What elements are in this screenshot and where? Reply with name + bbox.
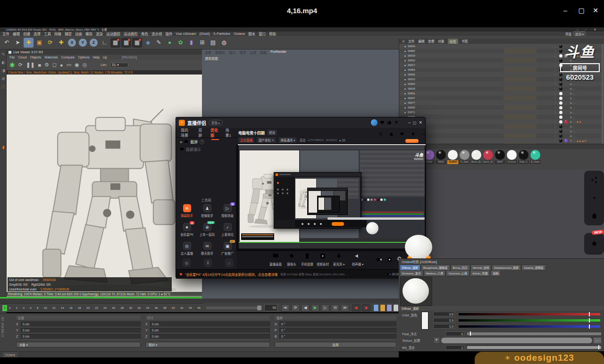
visibility-dots-icon[interactable]: ⋮ — [554, 116, 556, 119]
record-icon[interactable] — [376, 256, 382, 263]
media-button[interactable]: 视频素材 — [315, 253, 331, 266]
visibility-dots-icon[interactable]: ⋮ — [554, 78, 556, 81]
rotation-input[interactable]: 0 ° — [279, 334, 396, 339]
cube-tool-icon[interactable]: ◧ — [0, 60, 7, 65]
material-sphere-icon[interactable] — [507, 150, 517, 160]
material-ball-icon[interactable] — [559, 87, 562, 91]
visibility-dots-icon[interactable]: ⋮ — [554, 134, 556, 138]
player-minimize-button[interactable]: – — [560, 5, 571, 16]
upload-tool-icon[interactable]: ⊼ — [204, 259, 212, 267]
diffuse-section-header[interactable]: Diffuse_漫射 — [399, 306, 604, 311]
live-viewer-menu-item[interactable]: Help — [93, 56, 100, 59]
download-icon[interactable] — [584, 189, 604, 207]
viewport-menu-item[interactable]: 查看 — [205, 50, 211, 55]
viewport-menu-item[interactable]: 摄像机 — [215, 50, 225, 55]
help-icon[interactable]: ? — [200, 140, 204, 144]
material-ball-icon[interactable] — [559, 97, 562, 100]
position-input[interactable]: 0 cm — [21, 328, 141, 333]
material-ball-icon[interactable] — [559, 120, 562, 124]
material-sphere-icon[interactable] — [471, 150, 481, 160]
c4d-menu-item[interactable]: Octane — [234, 32, 245, 36]
c4d-tool-icon[interactable]: ✚ — [24, 38, 34, 48]
tool-icon[interactable]: ★ 热 — [183, 223, 191, 231]
lock-icon[interactable] — [389, 132, 394, 137]
texture-expand-button[interactable]: ▸ — [434, 338, 439, 343]
phong-tag-icon[interactable]: ∴ — [573, 134, 575, 138]
material-ball-icon[interactable] — [559, 92, 562, 95]
material-sphere-icon[interactable] — [519, 150, 528, 160]
float-value-field[interactable]: 0 — [445, 331, 464, 336]
material-swatch[interactable]: Mesh_02 — [483, 150, 494, 164]
key-param-toggle[interactable] — [393, 304, 399, 312]
material-ball2-icon[interactable] — [564, 120, 568, 124]
object-row[interactable]: ▲ SM18 ⋮ ✕ ∴ — [399, 86, 602, 91]
texture-tag-icon[interactable]: ✕ — [570, 134, 572, 138]
live-viewer-menu-item[interactable]: Materials — [44, 56, 58, 59]
toolbox-item[interactable]: ♟ 房管助手 — [197, 204, 217, 218]
source-item-screen[interactable]: ◉ 截屏 ? — [180, 139, 204, 144]
toolbox-item[interactable]: ◎ 达人直播 — [177, 242, 197, 256]
tool-icon[interactable]: ▣ AD — [224, 242, 232, 250]
live-viewer-tool-icon[interactable]: ⚙ — [44, 62, 49, 68]
scan-icon[interactable] — [378, 132, 383, 137]
material-tab[interactable]: Opacity_透明度 — [521, 265, 546, 271]
record-button[interactable]: ◉ — [362, 304, 370, 312]
material-ball-icon[interactable] — [559, 111, 562, 114]
visibility-dots-icon[interactable]: ⋮ — [554, 73, 556, 76]
record-button[interactable]: ◉ — [352, 304, 361, 312]
texture-browse-button[interactable]: … — [594, 338, 601, 343]
c4d-menu-item[interactable]: X-Particles — [213, 32, 230, 36]
current-frame-marker[interactable]: ‖ — [2, 305, 7, 311]
category-chip[interactable]: 国产单机 ✎ — [257, 137, 276, 143]
visibility-dots-icon[interactable]: ⋮ — [554, 106, 556, 109]
material-swatch[interactable]: Dark_C — [518, 150, 529, 164]
visibility-dots-icon[interactable]: ⋮ — [554, 97, 556, 100]
material-tab[interactable]: Common_公用 — [446, 270, 470, 276]
key-rotation-toggle[interactable] — [386, 304, 392, 312]
red-slider[interactable] — [459, 313, 600, 315]
c4d-tool-icon[interactable]: ▦ — [132, 38, 142, 48]
announcement-text[interactable]: “全民星PK” 4月14日中午14点启用全新积分规则，点击查看详情 — [185, 272, 277, 277]
notification-badge[interactable] — [405, 139, 419, 143]
size-input[interactable]: 0 cm — [150, 322, 270, 327]
player-maximize-button[interactable]: ▢ — [576, 5, 587, 16]
transport-button[interactable]: ◀ — [301, 304, 310, 312]
visibility-dots-icon[interactable]: ⋮ — [554, 139, 556, 142]
green-value-field[interactable]: 0.9 — [433, 318, 455, 323]
c4d-tool-icon[interactable]: ▤ — [208, 38, 218, 48]
object-row[interactable]: ▲ SM71 ⋮ ✕ ∴ — [399, 110, 602, 115]
mix-slider[interactable] — [467, 346, 601, 349]
material-sphere-icon[interactable] — [448, 150, 458, 160]
object-row[interactable]: ▲ SM77 ⋮ ✕ ∴ — [399, 100, 602, 105]
visibility-dots-icon[interactable]: ⋮ — [554, 111, 556, 114]
object-row[interactable]: ▲ SM68 ⋮ ✕ ∴ — [399, 133, 602, 138]
viewport-menu-item[interactable]: 显示 — [229, 50, 235, 55]
viewport-menu-item[interactable]: 过滤 — [250, 50, 256, 55]
live-viewer-tool-icon[interactable]: ◻ — [52, 62, 57, 68]
companion-minimize-button[interactable]: – — [408, 120, 411, 125]
tool-icon[interactable]: ▷ 新 — [224, 204, 232, 212]
transport-button[interactable]: ⟲ — [331, 304, 339, 312]
pen-tool-icon[interactable]: ✎ — [0, 52, 7, 57]
c4d-maximize-button[interactable]: ▫ — [585, 28, 586, 31]
transport-button[interactable]: ≫ — [341, 304, 349, 312]
visibility-dots-icon[interactable]: ⋮ — [554, 59, 556, 62]
material-tab[interactable]: Emission_发光 — [400, 270, 423, 276]
octane-tool-icon[interactable]: ▮ — [0, 145, 7, 149]
c4d-tool-icon[interactable]: Z — [90, 39, 98, 47]
live-viewer-menu-item[interactable]: Up — [103, 56, 107, 59]
live-viewer-menu-item[interactable]: Compare — [61, 56, 75, 59]
c4d-tool-icon[interactable]: ⟳ — [45, 38, 55, 48]
object-row[interactable]: ▲ SM52 ⋮ ✕ ∴ — [399, 129, 602, 133]
rotation-input[interactable]: 0 ° — [279, 322, 396, 327]
float-slider[interactable] — [467, 332, 601, 335]
material-ball2-icon[interactable] — [564, 139, 568, 142]
object-row[interactable]: ▲ SM65 ⋮ ✕ ∴ — [399, 105, 602, 110]
live-viewer-tool-icon[interactable]: ✱ — [9, 61, 15, 69]
object-row[interactable]: ▲ SM47 ⋮ ✕ ∴ — [399, 96, 602, 100]
material-tab[interactable]: 编辑 — [490, 270, 501, 276]
c4d-tool-icon[interactable]: ✎ — [154, 38, 164, 48]
preview-eye-icon[interactable] — [386, 256, 393, 263]
filter-icon[interactable] — [394, 120, 399, 125]
visibility-dots-icon[interactable]: ⋮ — [554, 50, 556, 53]
